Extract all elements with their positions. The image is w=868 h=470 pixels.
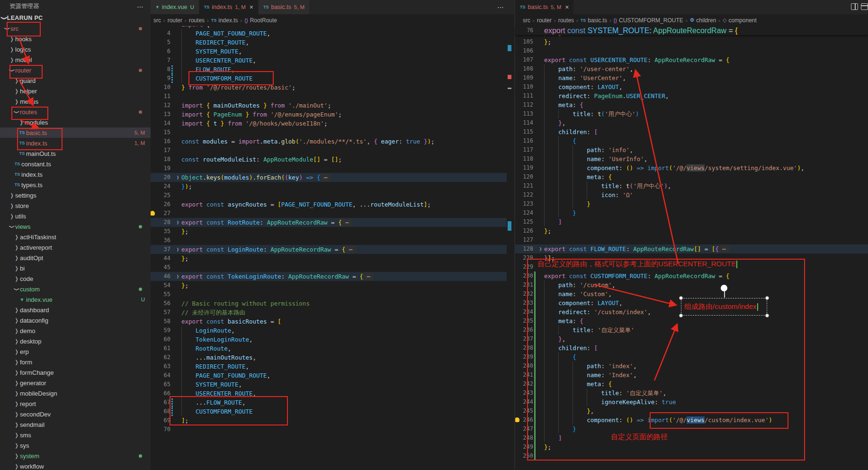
code-line-120[interactable]: 120 meta: {	[515, 172, 868, 181]
tree-item-secondDev[interactable]: ❭secondDev	[0, 409, 151, 419]
code-line-65[interactable]: 65 SYSTEM_ROUTE,	[151, 380, 507, 389]
fold-chevron-icon[interactable]: ❭	[174, 272, 181, 281]
code-line-239[interactable]: 239 {	[515, 352, 868, 362]
code-line-125[interactable]: 125 ]	[515, 217, 868, 226]
code-line-118[interactable]: 118 name: 'UserInfo',	[515, 154, 868, 163]
code-line-14[interactable]: 14import { t } from '/@/hooks/web/useI18…	[151, 119, 507, 128]
breadcrumb-item-routes[interactable]: routes	[189, 17, 205, 24]
code-line-111[interactable]: 111 redirect: PageEnum.USER_CENTER,	[515, 91, 868, 100]
code-line-250[interactable]: 250	[515, 452, 868, 461]
code-line-16[interactable]: 16const modules = import.meta.glob('./mo…	[151, 137, 507, 146]
close-icon[interactable]: ×	[565, 4, 569, 10]
tree-item-auditOpt[interactable]: ❭auditOpt	[0, 253, 151, 263]
code-line-119[interactable]: 119 component: () => import('/@/views/sy…	[515, 163, 868, 172]
tree-item-formChange[interactable]: ❭formChange	[0, 367, 151, 378]
tab-index.ts[interactable]: TSindex.ts1, M×	[199, 0, 258, 14]
code-line-242[interactable]: 242 meta: {	[515, 380, 868, 389]
code-line-67[interactable]: 67 ...FLOW_ROUTE,	[151, 398, 507, 407]
tree-item-routes[interactable]: ❭routes	[0, 107, 151, 117]
tree-item-src[interactable]: ❭src	[0, 23, 151, 34]
tree-item-desktop[interactable]: ❭desktop	[0, 336, 151, 346]
code-line-64[interactable]: 64 PAGE_NOT_FOUND_ROUTE,	[151, 371, 507, 380]
resize-handle[interactable]	[765, 296, 769, 300]
breadcrumb-item-src[interactable]: src	[523, 17, 530, 24]
editor-right[interactable]: 104 }105};106107export const USERCENTER_…	[515, 26, 868, 470]
code-line-6[interactable]: 6 SYSTEM_ROUTE,	[151, 47, 507, 56]
tree-item-actHiTaskinst[interactable]: ❭actHiTaskinst	[0, 232, 151, 242]
code-line-112[interactable]: 112 meta: {	[515, 100, 868, 109]
breadcrumb-item-CUSTOMFORM_ROUTE[interactable]: {}CUSTOMFORM_ROUTE	[614, 17, 683, 24]
tree-item-modules[interactable]: ❭modules	[0, 117, 151, 127]
resize-handle[interactable]	[679, 296, 683, 300]
tree-item-basic-ts[interactable]: TSbasic.ts5, M	[0, 127, 151, 138]
code-line-61[interactable]: 61 RootRoute,	[151, 344, 507, 353]
code-line-36[interactable]: 36	[151, 236, 507, 245]
code-line-20[interactable]: 20❭Object.keys(modules).forEach((key) =>…	[151, 173, 507, 182]
code-line-44[interactable]: 44};	[151, 254, 507, 263]
tab-index.vue[interactable]: ▼index.vueU	[151, 0, 199, 14]
code-line-230[interactable]: 230export const CUSTOMFORM_ROUTE: AppRou…	[515, 271, 868, 280]
code-line-237[interactable]: 237 },	[515, 334, 868, 343]
tree-item-types-ts[interactable]: TStypes.ts	[0, 180, 151, 190]
tree-item-sys[interactable]: ❭sys	[0, 440, 151, 451]
fold-chevron-icon[interactable]: ❭	[537, 244, 544, 253]
code-line-62[interactable]: 62 ...mainOutRoutes,	[151, 353, 507, 362]
breadcrumb-item-children[interactable]: ⚙children	[689, 17, 716, 24]
code-line-243[interactable]: 243 title: '自定义菜单',	[515, 389, 868, 398]
code-line-26[interactable]: 26export const asyncRoutes = [PAGE_NOT_F…	[151, 200, 507, 209]
tree-item-code[interactable]: ❭code	[0, 273, 151, 284]
code-line-70[interactable]: 70	[151, 425, 507, 434]
tree-item-guard[interactable]: ❭guard	[0, 75, 151, 86]
code-line-247[interactable]: 247 }	[515, 425, 868, 434]
lightbulb-icon[interactable]	[515, 417, 519, 422]
code-line-231[interactable]: 231 path: '/custom',	[515, 280, 868, 289]
code-line-236[interactable]: 236 title: '自定义菜单'	[515, 325, 868, 334]
code-line-58[interactable]: 58export const basicRoutes = [	[151, 317, 507, 326]
split-editor-icon[interactable]	[851, 3, 858, 10]
code-line-68[interactable]: 68 CUSTOMFORM_ROUTE	[151, 407, 507, 416]
code-line-13[interactable]: 13import { PageEnum } from '/@/enums/pag…	[151, 110, 507, 119]
breadcrumb-item-router[interactable]: router	[537, 17, 552, 24]
tree-item-generator[interactable]: ❭generator	[0, 378, 151, 388]
tree-item-report[interactable]: ❭report	[0, 398, 151, 409]
breadcrumb-item-index.ts[interactable]: TSindex.ts	[211, 17, 238, 24]
code-line-4[interactable]: 4 PAGE_NOT_FOUND_ROUTE,	[151, 29, 507, 38]
code-line-56[interactable]: 56// Basic routing without permissions	[151, 299, 507, 308]
code-line-17[interactable]: 17	[151, 146, 507, 155]
tree-item-dataconfig[interactable]: ❭dataconfig	[0, 315, 151, 325]
code-line-35[interactable]: 35};	[151, 227, 507, 236]
code-line-54[interactable]: 54};	[151, 281, 507, 290]
tree-item-dashboard[interactable]: ❭dashboard	[0, 305, 151, 315]
code-line-110[interactable]: 110 component: LAYOUT,	[515, 82, 868, 91]
tree-item-utils[interactable]: ❭utils	[0, 211, 151, 221]
tree-item-bi[interactable]: ❭bi	[0, 263, 151, 273]
tree-item-menus[interactable]: ❭menus	[0, 96, 151, 107]
breadcrumb-item-router[interactable]: router	[168, 17, 182, 24]
tree-item-sendmail[interactable]: ❭sendmail	[0, 419, 151, 430]
sticky-scroll-line[interactable]: 76export const SYSTEM_ROUTE: AppRouteRec…	[515, 26, 868, 35]
code-line-123[interactable]: 123 }	[515, 199, 868, 208]
code-line-232[interactable]: 232 name: 'Custom',	[515, 289, 868, 298]
code-line-248[interactable]: 248 ]	[515, 434, 868, 443]
breadcrumb-item-routes[interactable]: routes	[558, 17, 574, 24]
tree-item-router[interactable]: ❭router	[0, 65, 151, 75]
lightbulb-icon[interactable]	[151, 211, 155, 216]
breadcrumb-item-component[interactable]: ◇component	[723, 17, 757, 24]
code-line-126[interactable]: 126};	[515, 226, 868, 235]
breadcrumb-item-src[interactable]: src	[153, 17, 161, 24]
code-line-122[interactable]: 122 icon: 'Ω'	[515, 190, 868, 199]
tree-item-form[interactable]: ❭form	[0, 357, 151, 367]
code-line-238[interactable]: 238 children: [	[515, 343, 868, 352]
tree-item-custom[interactable]: ❭custom	[0, 284, 151, 294]
tree-item-demo[interactable]: ❭demo	[0, 325, 151, 336]
code-line-46[interactable]: 46❭export const TokenLoginRoute: AppRout…	[151, 272, 507, 281]
code-line-113[interactable]: 113 title: t('用户中心')	[515, 109, 868, 118]
tab-basic.ts[interactable]: TSbasic.ts5, M	[259, 0, 309, 14]
code-line-124[interactable]: 124 }	[515, 208, 868, 217]
tree-item-views[interactable]: ❭views	[0, 221, 151, 232]
tree-item-mobileDesign[interactable]: ❭mobileDesign	[0, 388, 151, 398]
code-line-57[interactable]: 57// 未经许可的基本路由	[151, 308, 507, 317]
code-line-69[interactable]: 69];	[151, 416, 507, 425]
breadcrumb-item-basic.ts[interactable]: TSbasic.ts	[581, 17, 607, 24]
tab-basic.ts[interactable]: TSbasic.ts5, M×	[515, 0, 573, 14]
